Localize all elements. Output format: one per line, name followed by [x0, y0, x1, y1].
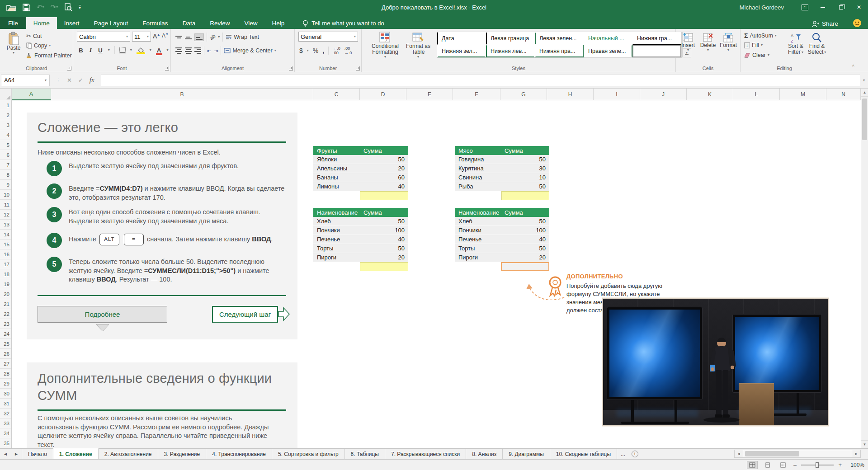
column-header-H[interactable]: H — [547, 89, 594, 100]
table-row[interactable]: Апельсины20 — [313, 164, 408, 173]
column-header-B[interactable]: B — [51, 89, 313, 100]
row-header-1[interactable]: 1 — [0, 100, 11, 110]
table-row[interactable]: Хлеб50 — [313, 217, 408, 226]
cell-style-1[interactable]: Дата — [437, 32, 486, 45]
table-row[interactable]: Торты50 — [455, 244, 549, 253]
tab-view[interactable]: View — [237, 17, 264, 29]
sheet-nav-left-icon[interactable]: ◄ — [0, 449, 11, 459]
row-header-4[interactable]: 4 — [0, 130, 11, 140]
row-header-9[interactable]: 9 — [0, 180, 11, 190]
tab-formulas[interactable]: Formulas — [135, 17, 175, 29]
underline-button[interactable]: U — [97, 47, 104, 54]
autosum-button[interactable]: ΣAutoSum▾ — [744, 32, 777, 39]
scroll-down-icon[interactable]: ▼ — [861, 440, 868, 448]
tab-help[interactable]: Help — [264, 17, 292, 29]
bread-left-sum-cell[interactable] — [360, 262, 408, 271]
column-header-L[interactable]: L — [733, 89, 780, 100]
table-row[interactable]: Курятина30 — [455, 164, 549, 173]
fruits-sum-cell[interactable] — [360, 191, 408, 200]
cell-style-2[interactable]: Левая граница — [486, 32, 535, 45]
row-header-18[interactable]: 18 — [0, 269, 11, 279]
middle-align-icon[interactable] — [185, 35, 192, 39]
table-row[interactable]: Пироги20 — [455, 253, 549, 262]
enter-icon[interactable]: ✓ — [78, 77, 83, 84]
table-row[interactable]: Лимоны40 — [313, 182, 408, 191]
alignment-dialog-launcher[interactable] — [289, 66, 293, 70]
cell-style-4[interactable]: Начальный ... — [584, 32, 632, 45]
decrease-indent-icon[interactable]: ⇤ — [207, 48, 211, 54]
row-header-33[interactable]: 33 — [0, 418, 11, 428]
align-left-icon[interactable] — [175, 47, 182, 54]
share-button[interactable]: Share — [812, 20, 838, 27]
column-header-N[interactable]: N — [826, 89, 861, 100]
table-row[interactable]: Яблоки50 — [313, 155, 408, 164]
column-header-C[interactable]: C — [313, 89, 360, 100]
row-header-27[interactable]: 27 — [0, 359, 11, 369]
sheet-tab-2-автозаполнение[interactable]: 2. Автозаполнение — [99, 449, 158, 459]
open-icon[interactable] — [6, 4, 16, 11]
cell-style-8[interactable]: Нижняя пра... — [535, 45, 584, 57]
table-row[interactable]: Бананы60 — [313, 173, 408, 182]
new-sheet-button[interactable]: + — [629, 449, 641, 459]
clear-button[interactable]: Clear▾ — [744, 52, 769, 58]
sheet-tab-8-анализ[interactable]: 8. Анализ — [466, 449, 503, 459]
column-header-K[interactable]: K — [687, 89, 733, 100]
number-dialog-launcher[interactable] — [356, 66, 360, 70]
font-size-select[interactable]: 11▾ — [132, 32, 151, 42]
sheet-tab-3-разделение[interactable]: 3. Разделение — [158, 449, 207, 459]
sort-filter-button[interactable]: AZ Sort &Filter▾ — [786, 33, 806, 55]
column-header-F[interactable]: F — [453, 89, 500, 100]
zoom-level[interactable]: 100% — [846, 462, 864, 468]
font-family-select[interactable]: Calibri▾ — [77, 32, 130, 42]
format-painter-button[interactable]: Format Painter — [26, 52, 72, 59]
more-button[interactable]: Подробнее — [38, 306, 167, 323]
row-header-28[interactable]: 28 — [0, 369, 11, 379]
cell-style-blank[interactable] — [632, 45, 681, 57]
align-right-icon[interactable] — [194, 47, 201, 54]
row-header-20[interactable]: 20 — [0, 289, 11, 299]
number-format-select[interactable]: General▾ — [298, 32, 358, 42]
cell-style-9[interactable]: Правая зеле... — [584, 45, 632, 57]
table-row[interactable]: Рыба50 — [455, 182, 549, 191]
column-header-E[interactable]: E — [406, 89, 453, 100]
row-header-10[interactable]: 10 — [0, 190, 11, 200]
clipboard-dialog-launcher[interactable] — [67, 66, 71, 70]
font-dialog-launcher[interactable] — [165, 66, 169, 70]
row-header-25[interactable]: 25 — [0, 339, 11, 349]
row-header-13[interactable]: 13 — [0, 220, 11, 230]
row-header-6[interactable]: 6 — [0, 150, 11, 160]
row-header-26[interactable]: 26 — [0, 349, 11, 359]
bread-right-selected-cell[interactable] — [501, 262, 549, 271]
shrink-font-icon[interactable]: A▼ — [162, 33, 169, 39]
italic-button[interactable]: I — [89, 47, 93, 54]
horizontal-scroll-thumb[interactable] — [745, 451, 799, 456]
row-header-22[interactable]: 22 — [0, 309, 11, 319]
tab-page-layout[interactable]: Page Layout — [87, 17, 136, 29]
row-header-23[interactable]: 23 — [0, 319, 11, 329]
cell-style-5[interactable]: Нижняя гра... — [632, 32, 681, 45]
table-row[interactable]: Печенье40 — [313, 235, 408, 244]
tab-home[interactable]: Home — [26, 17, 57, 29]
customize-qat-icon[interactable]: ▾ — [79, 5, 81, 9]
sheet-area[interactable]: 1234567891011121314151617181920212223242… — [0, 100, 861, 448]
tab-review[interactable]: Review — [203, 17, 237, 29]
user-name[interactable]: Michael Gordeev — [740, 4, 784, 11]
vertical-scroll-thumb[interactable] — [862, 99, 867, 140]
table-row[interactable]: Пончики100 — [313, 226, 408, 235]
row-header-11[interactable]: 11 — [0, 200, 11, 210]
format-cells-button[interactable]: Format▾ — [718, 33, 738, 52]
sheet-tab-overflow[interactable]: ... — [617, 449, 629, 459]
row-header-30[interactable]: 30 — [0, 389, 11, 399]
vertical-scrollbar[interactable]: ▲ ▼ — [861, 89, 868, 448]
zoom-out-icon[interactable]: − — [793, 461, 797, 469]
table-row[interactable]: Пончики100 — [455, 226, 549, 235]
cell-style-7[interactable]: Нижняя лев... — [486, 45, 535, 57]
row-header-35[interactable]: 35 — [0, 438, 11, 448]
hscroll-right-icon[interactable]: ► — [852, 450, 861, 458]
restore-icon[interactable] — [832, 0, 850, 14]
borders-icon[interactable] — [119, 47, 126, 53]
table-row[interactable]: Пироги20 — [313, 253, 408, 262]
hscroll-left-icon[interactable]: ◄ — [734, 450, 743, 458]
column-header-D[interactable]: D — [360, 89, 406, 100]
sheet-tab-5-сортировка-и-фильтр[interactable]: 5. Сортировка и фильтр — [272, 449, 345, 459]
